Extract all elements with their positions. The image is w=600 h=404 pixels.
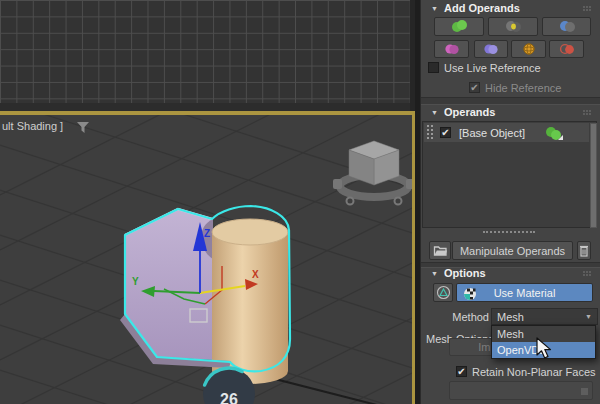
- scrollbar-thumb[interactable]: [590, 123, 597, 228]
- use-live-reference-label[interactable]: Use Live Reference: [444, 62, 541, 74]
- operand-display-icon: [436, 285, 451, 300]
- viewport-shading-label[interactable]: ult Shading ]: [2, 120, 63, 132]
- rollout-title-add-operands[interactable]: Add Operands: [444, 2, 520, 14]
- list-resize-handle[interactable]: [483, 231, 535, 236]
- cylinder-top: [212, 219, 288, 245]
- folder-icon: [433, 244, 448, 257]
- open-operand-button[interactable]: [429, 241, 451, 260]
- viewcube[interactable]: [333, 141, 412, 205]
- filter-funnel-icon[interactable]: [76, 121, 90, 134]
- checker-material-icon: [463, 287, 477, 301]
- method-value: Mesh: [492, 311, 524, 323]
- mouse-cursor: [536, 337, 560, 363]
- rollout-grip-icon[interactable]: [583, 271, 585, 273]
- intersect-icon: [502, 19, 524, 34]
- rollout-collapse-icon[interactable]: ▼: [431, 108, 438, 118]
- viewport-scene: X Y Z 26: [0, 115, 412, 404]
- boolean-union-button[interactable]: [434, 17, 484, 36]
- ortho-viewport[interactable]: [0, 0, 410, 103]
- perspective-viewport[interactable]: X Y Z 26 ul: [0, 115, 412, 404]
- merge-icon: [442, 42, 462, 56]
- operand-display-button[interactable]: [433, 283, 453, 302]
- union-icon: [448, 19, 470, 34]
- operand-list-item[interactable]: ✔ [Base Object]: [424, 123, 589, 142]
- trash-icon: [579, 244, 589, 257]
- operand-visible-checkbox[interactable]: ✔: [440, 127, 451, 138]
- axis-label-y: Y: [132, 276, 139, 287]
- hide-reference-label: Hide Reference: [485, 82, 561, 94]
- drag-handle-icon[interactable]: [427, 125, 433, 139]
- boolean-imprint-button[interactable]: [549, 40, 584, 58]
- chevron-down-icon: ▼: [585, 313, 592, 320]
- use-live-reference-checkbox[interactable]: [428, 62, 439, 73]
- rollout-collapse-icon[interactable]: ▼: [431, 4, 438, 14]
- operands-list[interactable]: ✔ [Base Object]: [422, 121, 597, 228]
- axis-label-x: X: [252, 269, 259, 280]
- axis-label-z: Z: [204, 228, 210, 239]
- method-label: Method: [426, 311, 489, 323]
- boolean-merge-button[interactable]: [434, 40, 469, 58]
- operand-item-label[interactable]: [Base Object]: [459, 127, 525, 139]
- rollout-grip-icon[interactable]: [583, 6, 585, 8]
- retain-non-planar-label[interactable]: Retain Non-Planar Faces: [472, 366, 596, 378]
- boolean-insert-button[interactable]: [511, 40, 546, 58]
- rollout-divider: [421, 97, 600, 105]
- retain-non-planar-checkbox[interactable]: ✔: [456, 366, 467, 377]
- insert-icon: [519, 42, 539, 56]
- hide-reference-checkbox: ✔: [469, 82, 480, 93]
- manipulate-operands-button[interactable]: Manipulate Operands: [452, 241, 573, 260]
- subtract-icon: [556, 19, 578, 34]
- attach-icon: [481, 42, 501, 56]
- boolean-attach-button[interactable]: [474, 40, 508, 58]
- use-material-button[interactable]: Use Material: [456, 283, 593, 302]
- list-scrollbar[interactable]: [590, 123, 597, 228]
- remove-operand-button[interactable]: [577, 241, 591, 260]
- viewport-gap: [0, 103, 410, 111]
- rollout-grip-icon[interactable]: [583, 110, 585, 112]
- use-material-label: Use Material: [494, 287, 556, 299]
- boolean-subtract-button[interactable]: [542, 17, 591, 36]
- application-window: X Y Z 26 ul: [0, 0, 600, 404]
- method-dropdown[interactable]: Mesh ▼: [491, 308, 598, 325]
- boolean-intersect-button[interactable]: [488, 17, 538, 36]
- grip-square-icon: [581, 388, 588, 395]
- rollout-title-operands[interactable]: Operands: [444, 106, 495, 118]
- command-panel: ▼ Add Operands: [420, 0, 600, 404]
- imprint-icon: [557, 42, 577, 56]
- rollout-title-options[interactable]: Options: [444, 267, 486, 279]
- manipulate-operands-label: Manipulate Operands: [460, 245, 565, 257]
- union-green-icon[interactable]: [543, 124, 565, 142]
- disabled-options-bar: [449, 381, 593, 400]
- badge-number: 26: [220, 391, 238, 404]
- rollout-collapse-icon[interactable]: ▼: [431, 269, 438, 279]
